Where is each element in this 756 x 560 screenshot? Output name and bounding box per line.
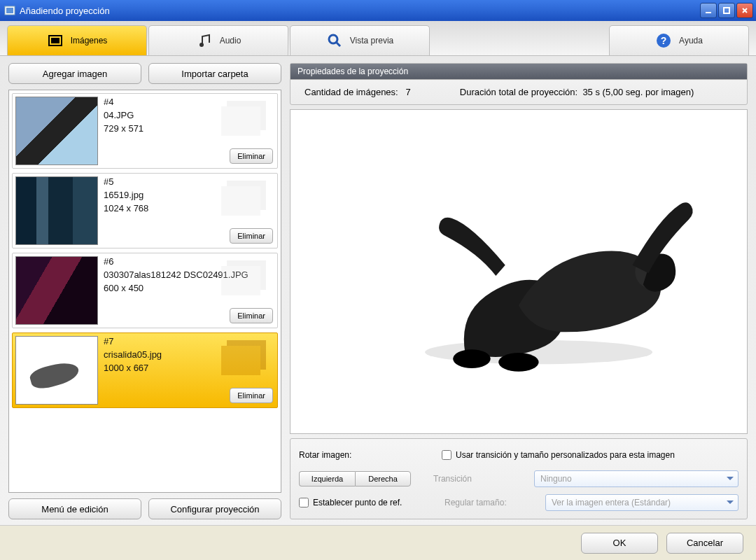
properties-panel-title: Propiedades de la proyección (290, 64, 747, 80)
rotate-right-button[interactable]: Derecha (355, 471, 411, 486)
transition-label: Transición (433, 474, 524, 484)
svg-point-6 (200, 43, 204, 47)
set-ref-point-label: Establecer punto de ref. (313, 498, 402, 507)
tab-preview[interactable]: Vista previa (290, 25, 430, 55)
audio-icon (196, 32, 213, 49)
right-column: Propiedades de la proyección Cantidad de… (290, 63, 748, 519)
window-title: Añadiendo proyección (20, 6, 699, 16)
window-close-button[interactable] (736, 3, 753, 18)
slide-ghost-icon (217, 258, 273, 300)
slide-ghost-icon (217, 178, 273, 220)
thumbnail (15, 336, 98, 405)
tab-help-label: Ayuda (679, 36, 703, 46)
rotate-segment: Izquierda Derecha (299, 471, 411, 486)
resize-label: Regular tamaño: (444, 498, 536, 507)
image-preview (290, 109, 748, 434)
delete-button[interactable]: Eliminar (230, 308, 273, 323)
svg-text:?: ? (661, 35, 667, 46)
app-icon (4, 5, 15, 16)
tab-audio-label: Audio (220, 36, 241, 46)
add-image-button[interactable]: Agregar imagen (8, 63, 141, 84)
svg-rect-11 (221, 106, 260, 136)
image-controls-panel: Rotar imagen: Usar transición y tamaño p… (290, 438, 748, 519)
svg-point-20 (453, 349, 491, 368)
svg-rect-17 (221, 346, 260, 375)
duration-label: Duración total de proyección: (460, 87, 578, 97)
image-count-label: Cantidad de imágenes: (304, 87, 398, 97)
edit-menu-button[interactable]: Menú de edición (8, 498, 141, 519)
tab-audio[interactable]: Audio (148, 25, 288, 55)
help-icon: ? (655, 32, 672, 49)
ok-button[interactable]: OK (581, 533, 658, 554)
svg-rect-5 (51, 38, 59, 43)
cancel-button[interactable]: Cancelar (666, 533, 743, 554)
delete-button[interactable]: Eliminar (230, 388, 273, 403)
svg-rect-13 (221, 186, 260, 216)
thumbnail (15, 256, 98, 325)
svg-rect-1 (6, 8, 13, 13)
thumbnail (15, 97, 98, 165)
properties-panel: Propiedades de la proyección Cantidad de… (290, 63, 748, 105)
tabbar: Imágenes Audio Vista previa ? Ayuda (0, 21, 756, 56)
use-custom-transition-label: Usar transición y tamaño personalizados … (456, 450, 675, 460)
tab-help[interactable]: ? Ayuda (609, 25, 749, 55)
svg-rect-3 (724, 8, 729, 13)
left-column: Agregar imagen Importar carpeta #4 04.JP… (8, 63, 281, 519)
set-ref-point-checkbox[interactable]: Establecer punto de ref. (299, 498, 422, 507)
window-maximize-button[interactable] (718, 3, 735, 18)
configure-projection-button[interactable]: Configurar proyección (148, 498, 281, 519)
transition-select[interactable]: Ninguno (534, 470, 738, 487)
delete-button[interactable]: Eliminar (230, 148, 273, 164)
preview-icon (326, 32, 343, 49)
list-item[interactable]: #4 04.JPG 729 x 571 Eliminar (12, 93, 278, 169)
resize-select[interactable]: Ver la imagen entera (Estándar) (545, 494, 738, 511)
rotate-label: Rotar imagen: (299, 450, 369, 460)
tab-images-label: Imágenes (71, 36, 108, 46)
svg-rect-15 (221, 266, 260, 295)
tab-images[interactable]: Imágenes (7, 25, 147, 55)
images-icon (47, 32, 64, 49)
list-item[interactable]: #6 030307alas181242 DSC02491.JPG 600 x 4… (12, 253, 278, 328)
duration-value: 35 s (5,00 seg. por imagen) (582, 87, 694, 97)
rotate-left-button[interactable]: Izquierda (299, 471, 355, 486)
slide-ghost-icon (217, 337, 273, 379)
thumbnail (15, 176, 98, 245)
slide-ghost-icon (217, 98, 273, 140)
tab-preview-label: Vista previa (350, 36, 393, 46)
use-custom-transition-checkbox[interactable]: Usar transición y tamaño personalizados … (442, 450, 675, 460)
use-custom-transition-input[interactable] (442, 450, 451, 460)
window-minimize-button[interactable] (700, 3, 717, 18)
image-list[interactable]: #4 04.JPG 729 x 571 Eliminar #5 16519.jp… (8, 90, 281, 493)
svg-point-21 (498, 353, 538, 372)
set-ref-point-input[interactable] (299, 498, 309, 507)
image-count-value: 7 (406, 87, 411, 97)
titlebar: Añadiendo proyección (0, 0, 756, 21)
svg-rect-2 (706, 12, 711, 13)
import-folder-button[interactable]: Importar carpeta (148, 63, 281, 84)
list-item[interactable]: #7 crisalida05.jpg 1000 x 667 Eliminar (12, 332, 278, 408)
dialog-footer: OK Cancelar (0, 525, 756, 560)
delete-button[interactable]: Eliminar (230, 228, 273, 244)
list-item[interactable]: #5 16519.jpg 1024 x 768 Eliminar (12, 173, 278, 248)
